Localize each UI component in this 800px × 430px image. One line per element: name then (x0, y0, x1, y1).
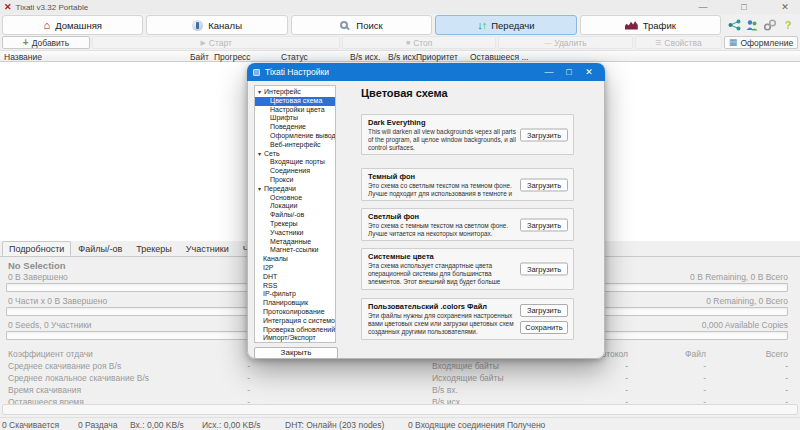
column-header[interactable]: Оставшееся ... (470, 52, 528, 62)
tree-item-label: Шрифты (270, 114, 298, 121)
settings-tree-item-Каналы[interactable]: Каналы (255, 255, 335, 264)
detail-tab-Участники[interactable]: Участники (179, 241, 236, 256)
settings-tree-item-RSS[interactable]: RSS (255, 282, 335, 291)
settings-tree-item-Импорт/Экспорт[interactable]: Импорт/Экспорт (255, 334, 335, 343)
users-icon[interactable] (744, 17, 760, 33)
status-item: Исх.: 0,00 KB/s (202, 420, 261, 430)
status-item: 0 Скачивается (2, 420, 59, 430)
share-icon[interactable] (726, 17, 742, 33)
appearance-button[interactable]: ▦ Оформление (724, 36, 798, 49)
close-button[interactable]: ✕ (778, 2, 792, 12)
settings-tree-item-I2P[interactable]: I2P (255, 264, 335, 273)
tab-Каналы[interactable]: Каналы (146, 15, 287, 35)
detail-tab-Трекеры[interactable]: Трекеры (129, 241, 179, 256)
plus-icon: + (23, 38, 29, 48)
tab-label: Трафик (643, 20, 676, 31)
settings-tree-item-Настройки цвета[interactable]: Настройки цвета (255, 106, 335, 115)
settings-tree-item-Планировщик[interactable]: Планировщик (255, 299, 335, 308)
properties-button[interactable]: ☰ Свойства (635, 36, 722, 49)
settings-close-button[interactable]: Закрыть (254, 347, 338, 359)
link-icon[interactable] (762, 17, 778, 33)
column-header[interactable]: Приоритет (416, 52, 458, 62)
settings-tree-item-Интеграция с системой[interactable]: Интеграция с системой (255, 317, 335, 326)
settings-tree-item-Веб-интерфейс[interactable]: Веб-интерфейс (255, 141, 335, 150)
column-header[interactable]: B/s исх. (350, 52, 380, 62)
settings-tree-item-Трекеры[interactable]: Трекеры (255, 220, 335, 229)
load-button[interactable]: Загрузить (520, 218, 568, 231)
add-button[interactable]: + Добавить (2, 36, 90, 49)
tab-Поиск[interactable]: Поиск (291, 15, 432, 35)
color-scheme-card: Темный фонЭто схема со светлым текстом н… (361, 168, 574, 201)
tab-Трафик[interactable]: Трафик (580, 15, 721, 35)
stat-label: Коэффициент отдачи (8, 349, 93, 359)
settings-tree: ▾ИнтерфейсЦветовая схемаНастройки цветаШ… (254, 85, 336, 343)
settings-tree-item-Локации[interactable]: Локации (255, 202, 335, 211)
dialog-minimize-button[interactable]: — (539, 63, 559, 81)
help-icon[interactable]: ? (780, 17, 796, 33)
stats-row-label: B/s вх. (432, 385, 458, 395)
column-header[interactable]: Статус (281, 52, 308, 62)
settings-tree-item-Проверка обновлений[interactable]: Проверка обновлений (255, 326, 335, 335)
progress-label-right: 0 B Remaining, 0 B Всего (690, 272, 788, 282)
settings-tree-item-Сеть[interactable]: ▾Сеть (255, 150, 335, 159)
minimize-button[interactable]: — (696, 2, 710, 12)
load-button[interactable]: Загрузить (520, 304, 568, 317)
progress-label-right: 0,000 Available Copies (702, 320, 788, 330)
start-button[interactable]: ▶ Старт (92, 36, 340, 49)
card-title: Dark Everything (368, 118, 517, 128)
settings-dialog-title: Tixati Настройки (265, 67, 329, 77)
column-header[interactable]: B/s исх. (388, 52, 418, 62)
settings-tree-item-Входящие порты[interactable]: Входящие порты (255, 158, 335, 167)
column-header[interactable]: Название (4, 52, 42, 62)
load-button[interactable]: Загрузить (520, 128, 568, 141)
color-scheme-card: Пользовательский .colors ФайлЭти файлы н… (361, 298, 574, 340)
tab-label: Передачи (491, 20, 534, 31)
search-icon (340, 21, 348, 29)
settings-tree-item-Участники[interactable]: Участники (255, 229, 335, 238)
progress-label-left: 0 Seeds, 0 Участники (8, 320, 92, 330)
stop-button[interactable]: ■ Стоп (342, 36, 496, 49)
settings-tree-item-Шрифты[interactable]: Шрифты (255, 114, 335, 123)
save-button[interactable]: Сохранить (520, 321, 568, 334)
settings-tree-item-Соединения[interactable]: Соединения (255, 167, 335, 176)
settings-tree-item-Прокси[interactable]: Прокси (255, 176, 335, 185)
remove-button[interactable]: — Удалить (498, 36, 633, 49)
tree-item-label: Файлы/-ов (270, 211, 304, 218)
channels-icon (192, 20, 203, 31)
tree-item-label: Магнет-ссылки (270, 246, 319, 253)
load-button[interactable]: Загрузить (520, 178, 568, 191)
settings-tree-item-Магнет-ссылки[interactable]: Магнет-ссылки (255, 246, 335, 255)
tab-Домашняя[interactable]: ⌂Домашняя (2, 15, 143, 35)
settings-tree-item-Метаданные[interactable]: Метаданные (255, 238, 335, 247)
tree-item-label: Сеть (264, 150, 280, 157)
settings-tree-item-Цветовая схема[interactable]: Цветовая схема (255, 97, 335, 106)
settings-tree-item-Интерфейс[interactable]: ▾Интерфейс (255, 88, 335, 97)
appearance-button-label: Оформление (740, 38, 793, 48)
tree-item-label: Проверка обновлений (263, 326, 335, 333)
dialog-close-icon[interactable]: ✕ (579, 63, 599, 81)
stats-cell: - (636, 385, 706, 395)
settings-tree-item-Файлы/-ов[interactable]: Файлы/-ов (255, 211, 335, 220)
tree-item-label: RSS (263, 282, 277, 289)
settings-tree-item-Протоколирование[interactable]: Протоколирование (255, 308, 335, 317)
settings-tree-item-Основное[interactable]: Основное (255, 194, 335, 203)
settings-tree-item-IP-фильтр[interactable]: IP-фильтр (255, 290, 335, 299)
settings-tree-item-Передачи[interactable]: ▾Передачи (255, 185, 335, 194)
tab-Передачи[interactable]: ↓↑Передачи (435, 15, 576, 35)
tixati-logo-icon: ✕ (4, 3, 12, 12)
card-title: Светлый фон (368, 212, 517, 222)
load-button[interactable]: Загрузить (520, 263, 568, 276)
stats-cell: - (636, 373, 706, 383)
settings-dialog-titlebar[interactable]: Tixati Настройки — □ ✕ (247, 63, 605, 81)
column-header[interactable]: Прогресс (214, 52, 251, 62)
settings-tree-item-DHT[interactable]: DHT (255, 273, 335, 282)
settings-tree-item-Поведение[interactable]: Поведение (255, 123, 335, 132)
tree-item-label: Веб-интерфейс (270, 141, 321, 148)
dialog-maximize-button[interactable]: □ (559, 63, 579, 81)
detail-tab-Подробности[interactable]: Подробности (2, 241, 71, 256)
column-header[interactable]: Байт (190, 52, 209, 62)
settings-tree-item-Оформление вывода[interactable]: Оформление вывода (255, 132, 335, 141)
detail-tab-Файлы/-ов[interactable]: Файлы/-ов (71, 241, 129, 256)
maximize-button[interactable]: □ (737, 2, 751, 12)
tab-label: Каналы (208, 20, 242, 31)
